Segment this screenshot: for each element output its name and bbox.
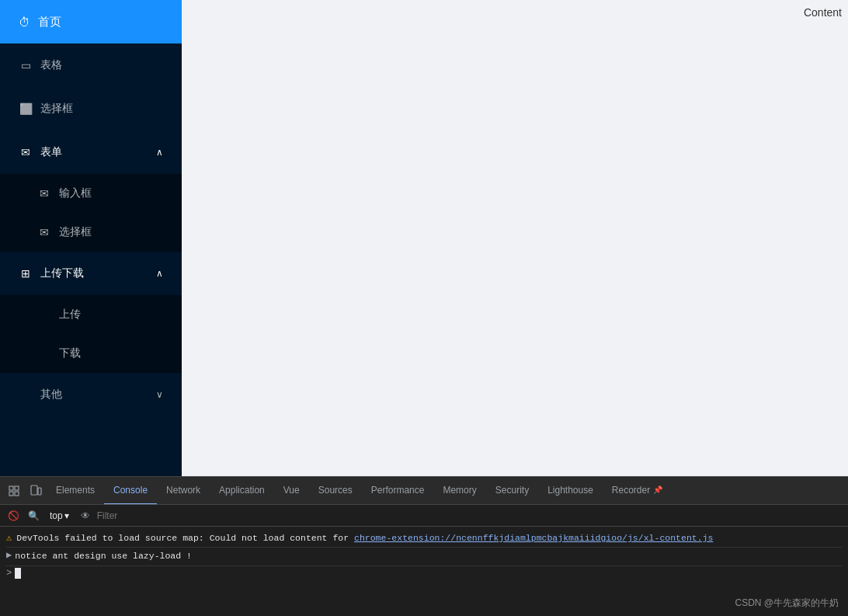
- context-dropdown[interactable]: top ▾: [45, 509, 74, 523]
- console-toolbar: 🚫 🔍 top ▾ 👁: [0, 505, 848, 527]
- sidebar-item-label: 上传下载: [40, 266, 84, 280]
- main-content: Content: [182, 0, 848, 476]
- filter-toggle-icon[interactable]: 🔍: [25, 507, 42, 524]
- error-link[interactable]: chrome-extension://ncennffkjdiamlpmcbajk…: [354, 533, 713, 543]
- devtools-panel: Elements Console Network Application Vue…: [0, 476, 848, 616]
- svg-rect-3: [15, 492, 19, 496]
- sidebar-item-label: 输入框: [59, 186, 92, 200]
- sidebar-home-label: 首页: [38, 15, 61, 30]
- watermark: CSDN @牛先森家的牛奶: [735, 597, 839, 610]
- tab-memory[interactable]: Memory: [433, 477, 485, 505]
- sidebar-item-upload-download[interactable]: ⊞ 上传下载 ∧: [0, 252, 182, 295]
- tab-sources[interactable]: Sources: [309, 477, 362, 505]
- sidebar-item-form[interactable]: ✉ 表单 ∧: [0, 131, 182, 174]
- sidebar-item-other[interactable]: 其他 ∨: [0, 373, 182, 416]
- sidebar-item-label: 表格: [40, 58, 62, 72]
- svg-rect-0: [9, 486, 13, 490]
- svg-rect-2: [9, 492, 13, 496]
- sidebar-item-label: 表单: [40, 145, 62, 159]
- tab-application[interactable]: Application: [210, 477, 274, 505]
- home-icon: ⏱: [19, 16, 30, 29]
- device-icon[interactable]: [25, 480, 47, 502]
- console-output: ⚠ DevTools failed to load source map: Co…: [0, 527, 848, 583]
- content-label: Content: [804, 6, 842, 19]
- upload-download-icon: ⊞: [19, 267, 33, 280]
- eye-icon[interactable]: 👁: [77, 507, 94, 524]
- expand-arrow-icon[interactable]: ▶: [6, 549, 12, 561]
- select-icon: ⬜: [19, 103, 33, 115]
- form-icon: ✉: [19, 146, 33, 158]
- sidebar-item-label: 其他: [40, 388, 62, 402]
- tab-security[interactable]: Security: [486, 477, 538, 505]
- chevron-down-icon: ∨: [156, 389, 163, 400]
- tab-network[interactable]: Network: [157, 477, 210, 505]
- tab-console[interactable]: Console: [104, 477, 157, 505]
- clear-console-icon[interactable]: 🚫: [5, 507, 22, 524]
- input-icon: ✉: [37, 187, 51, 200]
- sidebar-item-selectbox[interactable]: ⬜ 选择框: [0, 87, 182, 131]
- console-prompt: >: [6, 568, 12, 579]
- inspect-icon[interactable]: [3, 480, 25, 502]
- sidebar-home[interactable]: ⏱ 首页: [0, 0, 182, 44]
- sidebar-item-label: 上传: [59, 308, 81, 322]
- console-filter-input[interactable]: [97, 510, 843, 521]
- sidebar: ⏱ 首页 ▭ 表格 ⬜ 选择框 ✉ 表单 ∧ ✉ 输入框 ✉ 选择框 ⊞ 上传下…: [0, 0, 182, 476]
- tab-recorder[interactable]: Recorder 📌: [603, 477, 672, 505]
- svg-rect-1: [15, 486, 19, 490]
- console-notice-message: ▶ notice ant design use lazy-load !: [6, 548, 842, 566]
- console-error-message: ⚠ DevTools failed to load source map: Co…: [6, 530, 842, 548]
- tab-performance[interactable]: Performance: [362, 477, 434, 505]
- sidebar-item-label: 下载: [59, 346, 81, 360]
- tab-vue[interactable]: Vue: [274, 477, 309, 505]
- console-cursor: [15, 568, 21, 579]
- tab-lighthouse[interactable]: Lighthouse: [538, 477, 603, 505]
- chevron-up-icon: ∧: [156, 147, 163, 158]
- devtools-tabs-bar: Elements Console Network Application Vue…: [0, 477, 848, 505]
- sidebar-item-table[interactable]: ▭ 表格: [0, 44, 182, 87]
- sidebar-item-input[interactable]: ✉ 输入框: [0, 174, 182, 213]
- dropdown-arrow-icon: ▾: [64, 510, 69, 521]
- sidebar-item-label: 选择框: [40, 102, 73, 116]
- sidebar-item-label: 选择框: [59, 225, 92, 239]
- sidebar-item-upload[interactable]: 上传: [0, 295, 182, 334]
- table-icon: ▭: [19, 59, 33, 71]
- chevron-up2-icon: ∧: [156, 268, 163, 279]
- recorder-pin-icon: 📌: [653, 485, 662, 494]
- notice-text: notice ant design use lazy-load !: [15, 549, 192, 563]
- console-input-line: >: [6, 566, 842, 580]
- svg-rect-5: [38, 488, 41, 495]
- tab-elements[interactable]: Elements: [47, 477, 104, 505]
- error-text: DevTools failed to load source map: Coul…: [16, 531, 713, 545]
- sidebar-item-download[interactable]: 下载: [0, 334, 182, 373]
- warning-icon: ⚠: [6, 532, 12, 544]
- svg-rect-4: [31, 485, 37, 495]
- select-sub-icon: ✉: [37, 226, 51, 238]
- sidebar-item-select[interactable]: ✉ 选择框: [0, 213, 182, 252]
